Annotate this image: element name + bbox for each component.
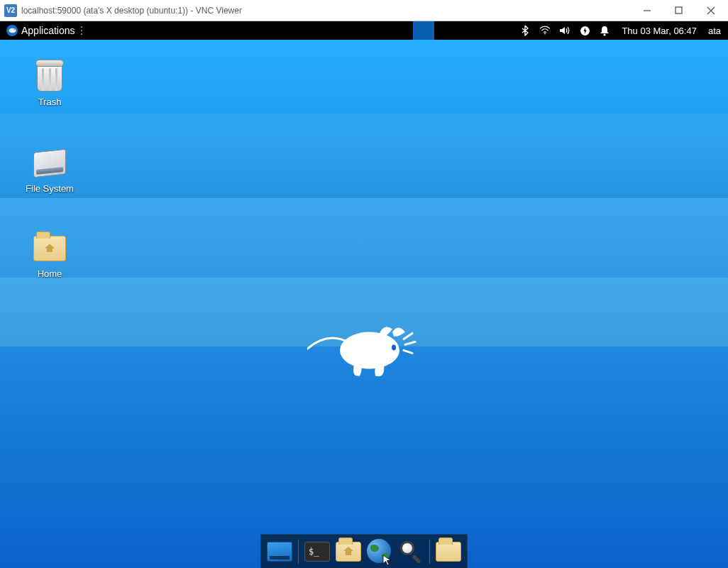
desktop-icon-filesystem[interactable]: File System	[18, 146, 82, 194]
user-menu[interactable]: ata	[708, 26, 724, 36]
folder-home-icon	[336, 542, 361, 562]
xfce-panel: Applications Thu 03 Mar, 06:47 ata	[0, 21, 728, 40]
task-selection-indicator[interactable]	[413, 21, 434, 40]
clock[interactable]: Thu 03 Mar, 06:47	[619, 26, 700, 36]
xfce-mouse-logo	[307, 307, 421, 395]
drive-icon	[33, 146, 67, 180]
window-title: localhost:59000 (ata's X desktop (ubuntu…	[21, 6, 242, 16]
wifi-icon[interactable]	[539, 25, 551, 36]
globe-icon	[367, 539, 392, 564]
maximize-button[interactable]	[663, 1, 695, 21]
applications-label: Applications	[21, 25, 75, 36]
desktop-icon-label: Home	[36, 268, 64, 279]
dock-terminal[interactable]: $_	[303, 537, 331, 566]
terminal-icon: $_	[304, 542, 330, 562]
dock: $_	[260, 534, 468, 568]
folder-icon	[436, 542, 461, 562]
svg-point-6	[13, 29, 15, 31]
power-icon[interactable]	[579, 25, 590, 36]
xfce-icon	[6, 24, 18, 37]
dock-show-desktop[interactable]	[265, 537, 294, 566]
desktop-icon-home[interactable]: Home	[18, 231, 82, 279]
desktop-icon-label: File System	[24, 183, 75, 194]
vnc-titlebar: V2 localhost:59000 (ata's X desktop (ubu…	[0, 0, 728, 21]
vnc-app-icon: V2	[4, 4, 17, 17]
home-folder-icon	[33, 231, 67, 266]
dock-separator	[298, 540, 299, 564]
system-tray: Thu 03 Mar, 06:47 ata	[519, 25, 724, 36]
minimize-button[interactable]	[631, 1, 663, 21]
vnc-viewport: Applications Thu 03 Mar, 06:47 ata	[0, 21, 728, 568]
panel-separator-icon	[81, 25, 85, 36]
desktop[interactable]: Trash File System Home	[0, 40, 728, 568]
svg-point-10	[340, 332, 399, 368]
applications-menu[interactable]: Applications	[1, 23, 79, 38]
svg-point-9	[604, 33, 606, 36]
close-button[interactable]	[695, 1, 727, 21]
bluetooth-icon[interactable]	[519, 25, 531, 36]
trash-icon	[33, 60, 67, 94]
volume-icon[interactable]	[559, 25, 570, 36]
dock-folder[interactable]	[434, 537, 463, 566]
desktop-icon-label: Trash	[37, 97, 63, 107]
desktop-icon-trash[interactable]: Trash	[18, 60, 82, 107]
dock-separator	[429, 540, 430, 564]
magnifier-icon	[399, 540, 423, 564]
dock-file-manager[interactable]	[334, 537, 363, 566]
notifications-icon[interactable]	[599, 25, 610, 36]
show-desktop-icon	[267, 542, 292, 562]
svg-rect-1	[675, 7, 682, 13]
svg-point-7	[545, 33, 546, 35]
dock-search[interactable]	[397, 537, 425, 566]
svg-point-5	[9, 28, 16, 33]
dock-web-browser[interactable]	[365, 537, 394, 566]
svg-point-11	[392, 344, 396, 350]
